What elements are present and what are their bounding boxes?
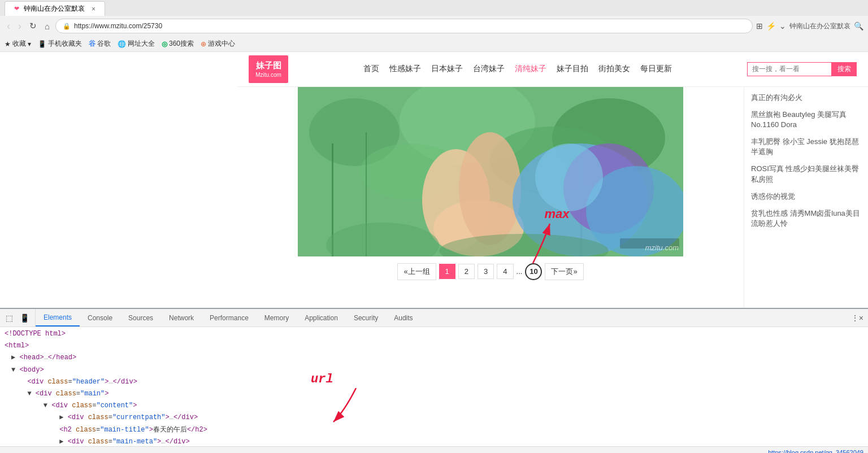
tab-bar: ❤ 钟南山在办公室默哀 ×	[0, 0, 868, 16]
code-line-header-div: <div class="header">…</div>	[0, 376, 868, 388]
browser-search: 钟南山在办公室默哀	[789, 21, 850, 31]
tab-security[interactable]: Security	[346, 309, 386, 326]
sidebar-item-4[interactable]: ROSI写真 性感少妇美腿丝袜美臀私房照	[751, 164, 861, 184]
bookmark-games[interactable]: ⊕ 游戏中心	[201, 39, 235, 49]
tab-elements[interactable]: Elements	[36, 309, 80, 326]
site-nav: 首页 性感妹子 日本妹子 台湾妹子 清纯妹子 妹子目拍 街拍美女 每日更新	[300, 64, 736, 74]
page-btn-2[interactable]: 2	[458, 264, 475, 279]
browser-tab[interactable]: ❤ 钟南山在办公室默哀 ×	[5, 1, 105, 16]
games-icon: ⊕	[201, 40, 206, 48]
extensions-button[interactable]: ⊞	[756, 21, 763, 31]
user-button[interactable]: ⌄	[779, 21, 786, 31]
360-icon: ◎	[162, 40, 167, 48]
search-icon-button[interactable]: 🔍	[854, 21, 863, 31]
devtools-inspect-button[interactable]: ⬚	[3, 312, 15, 324]
bookmark-urlnav-label: 网址大全	[128, 39, 155, 49]
search-input[interactable]	[747, 62, 832, 76]
tab-favicon: ❤	[14, 5, 19, 12]
devtools-device-button[interactable]: 📱	[18, 312, 32, 324]
reload-button[interactable]: ↻	[27, 21, 39, 31]
google-icon: 谷	[89, 39, 96, 49]
page-btn-4[interactable]: 4	[497, 264, 513, 279]
status-url: https://blog.csdn.net/qq_34562049	[768, 449, 863, 454]
svg-point-15	[535, 143, 603, 211]
photo-container: mzitu.com	[298, 87, 683, 256]
back-button[interactable]: ‹	[5, 20, 12, 32]
bookmark-google-label: 谷歌	[97, 39, 111, 49]
main-area: mzitu.com «上一组 1 2 3 4 ... 10 下一页»	[237, 87, 868, 308]
sidebar-item-3[interactable]: 丰乳肥臀 徐小宝 Jessie 犹抱琵琶半遮胸	[751, 137, 861, 157]
nav-taiwan[interactable]: 台湾妹子	[473, 64, 505, 74]
code-line-body: ▼ <body>	[0, 364, 868, 376]
image-watermark: mzitu.com	[645, 243, 679, 252]
bookmark-mobile-label: 手机收藏夹	[48, 39, 82, 49]
sidebar-item-5[interactable]: 诱惑你的视觉	[751, 191, 861, 202]
code-line-doctype: <!DOCTYPE html>	[0, 328, 868, 340]
tab-network[interactable]: Network	[161, 309, 202, 326]
tab-sources[interactable]: Sources	[120, 309, 161, 326]
code-line-head: ▶ <head>…</head>	[0, 352, 868, 364]
photo-image	[298, 87, 683, 256]
bookmark-google[interactable]: 谷 谷歌	[89, 39, 111, 49]
devtools-panel: ⬚ 📱 Elements Console Sources Network Per…	[0, 308, 868, 453]
page-btn-3[interactable]: 3	[478, 264, 494, 279]
address-text: https://www.mzitu.com/25730	[74, 22, 162, 30]
site-logo[interactable]: 妹子图 Mzitu.com	[249, 55, 288, 83]
sidebar-item-1[interactable]: 真正的有沟必火	[751, 93, 861, 103]
tab-close[interactable]: ×	[92, 5, 96, 13]
tab-console[interactable]: Console	[80, 309, 120, 326]
nav-pure[interactable]: 清纯妹子	[515, 64, 546, 74]
nav-home[interactable]: 首页	[363, 64, 379, 74]
page-btn-10[interactable]: 10	[525, 263, 542, 280]
globe-icon: 🌐	[118, 40, 126, 48]
tab-audits[interactable]: Audits	[386, 309, 420, 326]
bookmark-favorites[interactable]: ★ 收藏 ▾	[5, 39, 31, 49]
cast-button[interactable]: ⚡	[766, 21, 776, 31]
code-line-h2: <h2 class="main-title">春天的午后</h2>	[0, 424, 868, 436]
lock-icon: 🔒	[63, 23, 71, 30]
bookmark-360-label: 360搜索	[169, 39, 194, 49]
page-content: 妹子图 Mzitu.com 首页 性感妹子 日本妹子 台湾妹子 清纯妹子 妹子目…	[0, 52, 868, 308]
address-bar[interactable]: 🔒 https://www.mzitu.com/25730	[55, 19, 753, 33]
star-icon: ★	[5, 40, 11, 48]
chevron-icon: ▾	[28, 40, 31, 48]
nav-japan[interactable]: 日本妹子	[431, 64, 463, 74]
search-area: 搜索	[747, 62, 857, 76]
page-btn-1[interactable]: 1	[439, 264, 455, 279]
page-ellipsis: ...	[517, 267, 523, 276]
bookmark-mobile[interactable]: 📱 手机收藏夹	[38, 39, 82, 49]
sidebar-item-6[interactable]: 贫乳也性感 清秀MM卤蛋luna美目流盼惹人怜	[751, 208, 861, 229]
code-line-currentpath: ▶ <div class="currentpath">…</div>	[0, 412, 868, 424]
devtools-left-icons: ⬚ 📱	[0, 309, 36, 326]
prev-group-btn[interactable]: «上一组	[397, 263, 436, 280]
svg-point-11	[459, 132, 521, 245]
logo-subtext: Mzitu.com	[255, 71, 281, 79]
nav-street[interactable]: 街拍美女	[598, 64, 630, 74]
browser-chrome: ❤ 钟南山在办公室默哀 × ‹ › ↻ ⌂ 🔒 https://www.mzit…	[0, 0, 868, 36]
bookmarks-bar: ★ 收藏 ▾ 📱 手机收藏夹 谷 谷歌 🌐 网址大全 ◎ 360搜索 ⊕ 游戏中…	[0, 36, 868, 52]
pagination: «上一组 1 2 3 4 ... 10 下一页»	[397, 263, 583, 280]
devtools-content: <!DOCTYPE html> <html> ▶ <head>…</head> …	[0, 327, 868, 446]
nav-daily[interactable]: 每日更新	[640, 64, 672, 74]
nav-sexy[interactable]: 性感妹子	[389, 64, 421, 74]
tab-memory[interactable]: Memory	[257, 309, 297, 326]
devtools-close-button[interactable]: ×	[859, 313, 863, 323]
tab-title: 钟南山在办公室默哀	[24, 4, 85, 14]
search-button[interactable]: 搜索	[832, 62, 857, 76]
tab-performance[interactable]: Performance	[202, 309, 257, 326]
bookmark-games-label: 游戏中心	[208, 39, 235, 49]
home-button[interactable]: ⌂	[42, 21, 52, 31]
devtools-tab-bar: ⬚ 📱 Elements Console Sources Network Per…	[0, 309, 868, 327]
devtools-more-button[interactable]: ⋮	[851, 313, 859, 323]
sidebar-item-2[interactable]: 黑丝旗袍 Beautyleg 美腿写真 No.1160 Dora	[751, 110, 861, 130]
forward-button[interactable]: ›	[16, 20, 24, 32]
next-page-btn[interactable]: 下一页»	[545, 263, 583, 280]
logo-text: 妹子图	[255, 60, 281, 71]
browser-toolbar: ‹ › ↻ ⌂ 🔒 https://www.mzitu.com/25730 ⊞ …	[0, 16, 868, 36]
bookmark-360[interactable]: ◎ 360搜索	[162, 39, 194, 49]
site-content: 妹子图 Mzitu.com 首页 性感妹子 日本妹子 台湾妹子 清纯妹子 妹子目…	[237, 52, 868, 308]
nav-selfie[interactable]: 妹子目拍	[557, 64, 588, 74]
code-line-html: <html>	[0, 340, 868, 352]
bookmark-urlnav[interactable]: 🌐 网址大全	[118, 39, 155, 49]
tab-application[interactable]: Application	[297, 309, 346, 326]
